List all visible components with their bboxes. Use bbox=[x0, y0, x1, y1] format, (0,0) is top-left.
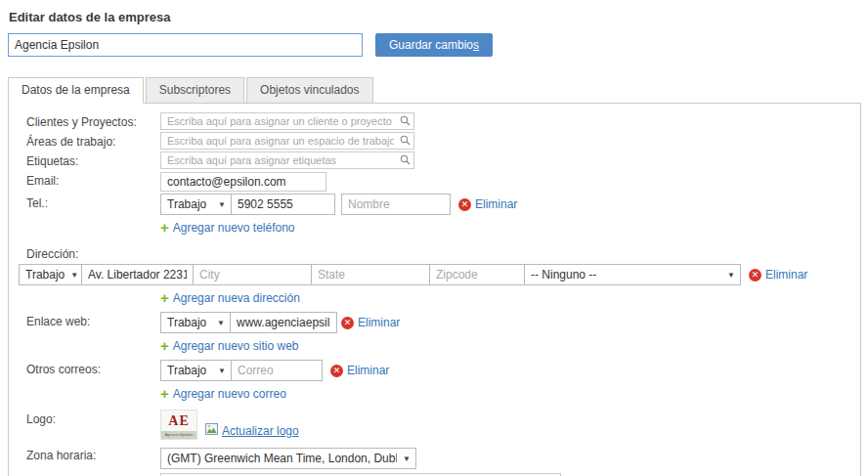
tab-subscriptores[interactable]: Subscriptores bbox=[146, 77, 244, 104]
search-icon bbox=[400, 135, 411, 149]
remove-address-link[interactable]: Eliminar bbox=[765, 268, 807, 281]
search-icon bbox=[400, 154, 411, 168]
address-zipcode-input[interactable] bbox=[429, 264, 525, 285]
page-title: Editar datos de la empresa bbox=[9, 10, 861, 24]
remove-other-email-link[interactable]: Eliminar bbox=[347, 364, 389, 377]
phone-fields: Trabajo▼ ✕ Eliminar bbox=[160, 194, 517, 215]
timezone-value: (GMT) Greenwich Mean Time, London, Dubli… bbox=[167, 452, 397, 465]
logo-row: Logo: AE Agencia Epsilon Actualizar logo bbox=[19, 410, 850, 440]
address-type-select[interactable]: Trabajo▼ bbox=[19, 264, 82, 285]
address-label: Dirección: bbox=[19, 241, 850, 264]
website-url-input[interactable] bbox=[230, 312, 337, 333]
add-phone-row: +Agregar nuevo teléfono bbox=[160, 219, 850, 236]
tab-datos-de-la-empresa[interactable]: Datos de la empresa bbox=[8, 77, 144, 104]
address-state-input[interactable] bbox=[311, 264, 430, 285]
phone-number-input[interactable] bbox=[231, 194, 335, 215]
chevron-down-icon: ▼ bbox=[217, 319, 225, 327]
phone-label: Tel.: bbox=[19, 194, 160, 210]
remove-other-email-icon[interactable]: ✕ bbox=[330, 365, 343, 377]
address-row: Trabajo▼ -- Ninguno --▼ ✕ Eliminar bbox=[19, 264, 850, 285]
email-label: Email: bbox=[19, 171, 160, 188]
phone-row: Tel.: Trabajo▼ ✕ Eliminar bbox=[19, 194, 850, 215]
website-fields: Trabajo▼ ✕ Eliminar bbox=[160, 312, 400, 333]
logo-fields: AE Agencia Epsilon Actualizar logo bbox=[160, 410, 299, 440]
plus-icon: + bbox=[160, 337, 169, 354]
header-row: Guardar cambios bbox=[8, 33, 861, 57]
add-other-email-link[interactable]: Agregar nuevo correo bbox=[173, 387, 286, 401]
add-website-link[interactable]: Agregar nuevo sitio web bbox=[173, 339, 299, 353]
chevron-down-icon: ▼ bbox=[727, 271, 735, 280]
chevron-down-icon: ▼ bbox=[403, 454, 411, 463]
workspaces-search-input[interactable] bbox=[160, 132, 414, 150]
update-logo-link[interactable]: Actualizar logo bbox=[222, 424, 299, 438]
phone-type-value: Trabajo bbox=[167, 197, 206, 211]
picture-icon bbox=[205, 423, 218, 438]
remove-phone-link[interactable]: Eliminar bbox=[475, 197, 517, 211]
add-address-row: +Agregar nueva dirección bbox=[160, 289, 850, 306]
chevron-down-icon: ▼ bbox=[218, 200, 226, 209]
website-label: Enlace web: bbox=[19, 312, 160, 328]
notes-label: Notas: bbox=[19, 471, 160, 476]
notes-row: Notas: bbox=[19, 471, 850, 476]
save-button[interactable]: Guardar cambios bbox=[375, 33, 493, 57]
remove-website-link[interactable]: Eliminar bbox=[358, 316, 400, 329]
tab-bar: Datos de la empresa Subscriptores Objeto… bbox=[8, 77, 861, 104]
timezone-row: Zona horaria: (GMT) Greenwich Mean Time,… bbox=[19, 446, 850, 469]
tags-search-input[interactable] bbox=[160, 151, 414, 169]
address-city-input[interactable] bbox=[193, 264, 312, 285]
website-type-select[interactable]: Trabajo▼ bbox=[160, 312, 231, 333]
chevron-down-icon: ▼ bbox=[70, 271, 78, 280]
other-email-fields: Trabajo▼ ✕ Eliminar bbox=[160, 360, 389, 381]
remove-phone-icon[interactable]: ✕ bbox=[458, 198, 471, 211]
other-emails-row: Otros correos: Trabajo▼ ✕ Eliminar bbox=[19, 360, 850, 381]
save-button-accesskey: s bbox=[473, 38, 479, 52]
plus-icon: + bbox=[160, 289, 169, 306]
email-input[interactable] bbox=[160, 172, 326, 192]
remove-website-icon[interactable]: ✕ bbox=[341, 317, 354, 329]
workspaces-search-wrap bbox=[160, 132, 414, 150]
clients-label: Clientes y Proyectos: bbox=[19, 112, 160, 129]
logo-initials: AE bbox=[161, 411, 196, 431]
clients-row: Clientes y Proyectos: bbox=[19, 112, 850, 131]
add-other-email-row: +Agregar nuevo correo bbox=[160, 385, 850, 402]
tags-label: Etiquetas: bbox=[19, 151, 160, 168]
chevron-down-icon: ▼ bbox=[218, 367, 226, 375]
add-website-row: +Agregar nuevo sitio web bbox=[160, 337, 850, 354]
address-street-input[interactable] bbox=[81, 264, 194, 285]
clients-search-wrap bbox=[160, 112, 414, 130]
tags-search-wrap bbox=[160, 151, 414, 169]
search-icon bbox=[400, 115, 411, 129]
timezone-select[interactable]: (GMT) Greenwich Mean Time, London, Dubli… bbox=[160, 448, 416, 469]
website-type-value: Trabajo bbox=[167, 316, 206, 329]
workspaces-row: Áreas de trabajo: bbox=[19, 132, 850, 151]
logo-caption: Agencia Epsilon bbox=[161, 431, 196, 439]
timezone-label: Zona horaria: bbox=[19, 446, 160, 462]
plus-icon: + bbox=[160, 219, 169, 236]
address-region-select[interactable]: -- Ninguno --▼ bbox=[524, 264, 741, 285]
other-emails-label: Otros correos: bbox=[19, 360, 160, 376]
remove-address-icon[interactable]: ✕ bbox=[749, 269, 761, 281]
tab-objetos-vinculados[interactable]: Objetos vinculados bbox=[246, 77, 372, 104]
email-row: Email: bbox=[19, 171, 850, 194]
company-name-input[interactable] bbox=[8, 33, 363, 57]
address-region-value: -- Ninguno -- bbox=[531, 268, 596, 281]
website-row: Enlace web: Trabajo▼ ✕ Eliminar bbox=[19, 312, 850, 333]
logo-label: Logo: bbox=[19, 410, 160, 426]
phone-type-select[interactable]: Trabajo▼ bbox=[160, 194, 232, 215]
other-email-type-value: Trabajo bbox=[167, 364, 206, 377]
phone-name-input[interactable] bbox=[341, 194, 451, 215]
add-phone-link[interactable]: Agregar nuevo teléfono bbox=[173, 221, 295, 235]
logo-actions: Actualizar logo bbox=[205, 423, 299, 438]
save-button-label: Guardar cambio bbox=[389, 38, 473, 52]
company-logo-image: AE Agencia Epsilon bbox=[160, 410, 197, 440]
add-address-link[interactable]: Agregar nueva dirección bbox=[173, 291, 300, 305]
plus-icon: + bbox=[160, 385, 169, 402]
company-data-panel: Clientes y Proyectos: Áreas de trabajo: … bbox=[8, 103, 861, 476]
other-email-input[interactable] bbox=[231, 360, 323, 381]
edit-company-page: Editar datos de la empresa Guardar cambi… bbox=[0, 0, 868, 476]
workspaces-label: Áreas de trabajo: bbox=[19, 132, 160, 149]
address-type-value: Trabajo bbox=[25, 268, 65, 281]
other-email-type-select[interactable]: Trabajo▼ bbox=[160, 360, 232, 381]
tags-row: Etiquetas: bbox=[19, 151, 850, 170]
clients-search-input[interactable] bbox=[160, 112, 414, 130]
